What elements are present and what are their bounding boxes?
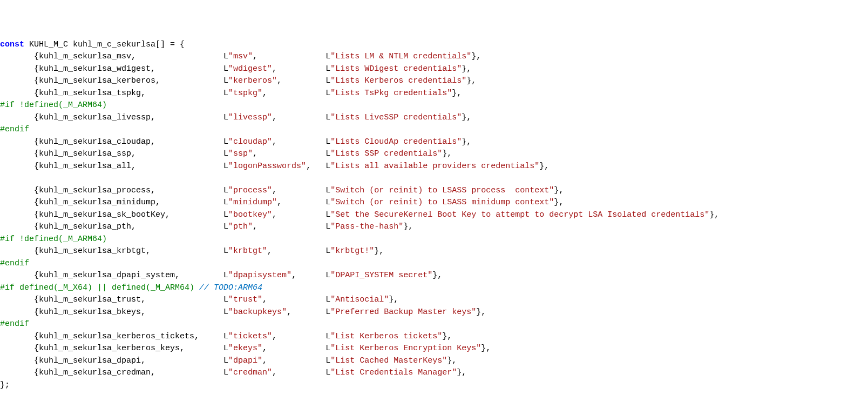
code-block: const KUHL_M_C kuhl_m_c_sekurlsa[] = { {…	[0, 39, 868, 392]
entry-name-string: "krbtgt"	[228, 246, 267, 256]
entry-name-string: "pth"	[228, 222, 253, 231]
array-entry: {kuhl_m_sekurlsa_minidump, L"minidump", …	[0, 197, 868, 209]
col-pad	[277, 113, 326, 122]
col-pad	[267, 344, 326, 353]
entry-close: },	[481, 344, 491, 353]
array-entry: {kuhl_m_sekurlsa_pth, L"pth", L"Pass-the…	[0, 221, 868, 233]
indent	[0, 271, 34, 280]
comma: ,	[267, 246, 272, 256]
L-prefix: L	[223, 162, 228, 171]
indent	[0, 113, 34, 122]
indent	[0, 64, 34, 73]
entry-fn: {kuhl_m_sekurlsa_sk_bootKey,	[34, 210, 223, 219]
comma: ,	[253, 52, 257, 61]
entry-fn: {kuhl_m_sekurlsa_wdigest,	[34, 64, 223, 73]
entry-desc-string: "Lists SSP credentials"	[330, 149, 442, 158]
entry-fn: {kuhl_m_sekurlsa_trust,	[34, 295, 223, 304]
entry-fn: {kuhl_m_sekurlsa_process,	[34, 186, 223, 195]
entry-close: },	[554, 198, 564, 207]
L-prefix: L	[223, 356, 228, 365]
entry-close: },	[462, 113, 471, 122]
L-prefix: L	[223, 198, 228, 207]
L-prefix: L	[326, 186, 330, 195]
col-pad	[277, 368, 326, 377]
comma: ,	[272, 113, 277, 122]
entry-fn: {kuhl_m_sekurlsa_minidump,	[34, 198, 223, 207]
entry-fn: {kuhl_m_sekurlsa_kerberos,	[34, 76, 223, 85]
entry-close: },	[442, 149, 452, 158]
array-close: };	[0, 379, 868, 392]
indent	[0, 368, 34, 377]
entry-fn: {kuhl_m_sekurlsa_msv,	[34, 52, 223, 61]
array-entry: {kuhl_m_sekurlsa_process, L"process", L"…	[0, 185, 868, 197]
comma: ,	[277, 76, 282, 85]
code-line: const KUHL_M_C kuhl_m_c_sekurlsa[] = {	[0, 39, 868, 51]
entry-name-string: "trust"	[228, 295, 262, 304]
L-prefix: L	[223, 295, 228, 304]
L-prefix: L	[223, 344, 228, 353]
array-entry: {kuhl_m_sekurlsa_kerberos, L"kerberos", …	[0, 75, 868, 88]
entry-fn: {kuhl_m_sekurlsa_dpapi,	[34, 356, 223, 365]
entry-desc-string: "Switch (or reinit) to LSASS process con…	[330, 186, 554, 195]
indent	[0, 198, 34, 207]
comma: ,	[262, 344, 267, 353]
entry-fn: {kuhl_m_sekurlsa_livessp,	[34, 113, 223, 122]
indent	[0, 52, 34, 61]
preprocessor: #if !defined(_M_ARM64)	[0, 101, 107, 110]
preprocessor-line: #if defined(_M_X64) || defined(_M_ARM64)…	[0, 282, 868, 295]
entry-desc-string: "Set the SecureKernel Boot Key to attemp…	[330, 210, 709, 219]
L-prefix: L	[326, 295, 330, 304]
array-entry: {kuhl_m_sekurlsa_kerberos_keys, L"ekeys"…	[0, 343, 868, 355]
L-prefix: L	[326, 222, 330, 231]
entry-close: },	[554, 186, 564, 195]
entry-desc-string: "Lists WDigest credentials"	[330, 64, 462, 73]
preprocessor-line: #endif	[0, 124, 868, 136]
entry-desc-string: "List Kerberos Encryption Keys"	[330, 344, 481, 353]
col-pad	[267, 356, 326, 365]
entry-name-string: "bootkey"	[228, 210, 272, 219]
entry-desc-string: "List Cached MasterKeys"	[330, 356, 447, 365]
L-prefix: L	[223, 52, 228, 61]
entry-fn: {kuhl_m_sekurlsa_credman,	[34, 368, 223, 377]
L-prefix: L	[223, 246, 228, 256]
preprocessor: #if !defined(_M_ARM64)	[0, 235, 107, 244]
col-pad	[277, 137, 326, 146]
array-entry: {kuhl_m_sekurlsa_credman, L"credman", L"…	[0, 367, 868, 379]
entry-name-string: "credman"	[228, 368, 272, 377]
L-prefix: L	[326, 246, 330, 256]
array-entry: {kuhl_m_sekurlsa_msv, L"msv", L"Lists LM…	[0, 51, 868, 63]
preprocessor: #endif	[0, 259, 29, 268]
entry-desc-string: "Lists LiveSSP credentials"	[330, 113, 462, 122]
indent	[0, 89, 34, 98]
L-prefix: L	[223, 186, 228, 195]
L-prefix: L	[223, 137, 228, 146]
entry-desc-string: "Lists LM & NTLM credentials"	[330, 52, 471, 61]
array-entry: {kuhl_m_sekurlsa_wdigest, L"wdigest", L"…	[0, 63, 868, 76]
entry-desc-string: "List Credentials Manager"	[330, 368, 457, 377]
entry-desc-string: "List Kerberos tickets"	[330, 332, 442, 341]
L-prefix: L	[326, 52, 330, 61]
col-pad	[272, 246, 326, 256]
comma: ,	[262, 295, 267, 304]
col-pad	[282, 198, 326, 207]
comma: ,	[253, 222, 257, 231]
entry-close: },	[471, 52, 481, 61]
col-pad	[282, 76, 326, 85]
col-pad	[257, 149, 326, 158]
entry-fn: {kuhl_m_sekurlsa_tspkg,	[34, 89, 223, 98]
comma: ,	[306, 162, 311, 171]
entry-fn: {kuhl_m_sekurlsa_pth,	[34, 222, 223, 231]
entry-name-string: "wdigest"	[228, 64, 272, 73]
entry-desc-string: "Lists Kerberos credentials"	[330, 76, 466, 85]
col-pad	[291, 308, 326, 317]
col-pad	[296, 271, 326, 280]
array-entry: {kuhl_m_sekurlsa_all, L"logonPasswords",…	[0, 161, 868, 173]
entry-desc-string: "Antisocial"	[330, 295, 389, 304]
entry-fn: {kuhl_m_sekurlsa_bkeys,	[34, 308, 223, 317]
entry-close: },	[432, 271, 442, 280]
L-prefix: L	[326, 149, 330, 158]
array-entry: {kuhl_m_sekurlsa_livessp, L"livessp", L"…	[0, 112, 868, 124]
col-pad	[311, 162, 326, 171]
indent	[0, 222, 34, 231]
L-prefix: L	[326, 198, 330, 207]
